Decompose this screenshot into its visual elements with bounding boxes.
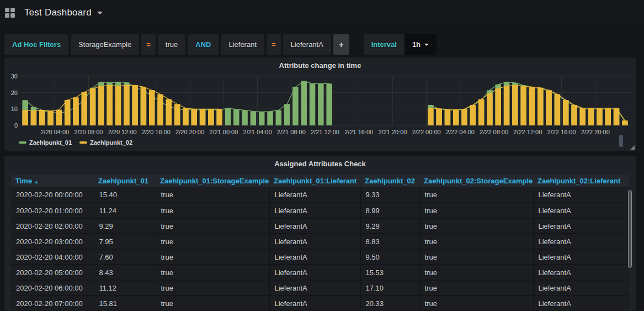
interval-select[interactable]: 1h — [405, 34, 437, 55]
table-cell: 15.81 — [94, 296, 156, 311]
column-header-zaehlpunkt-01[interactable]: Zaehlpunkt_01 — [94, 175, 156, 187]
table-cell: LieferantA — [533, 234, 629, 249]
table-cell: 2020-02-20 07:00:00 — [11, 296, 94, 311]
bar-Zaehlpunkt_02 — [183, 108, 189, 125]
bar-Zaehlpunkt_02 — [571, 105, 577, 125]
bar-Zaehlpunkt_01 — [310, 83, 316, 125]
svg-text:2/21 12:00: 2/21 12:00 — [311, 129, 339, 135]
table-cell: 17.10 — [360, 280, 419, 296]
filter-value[interactable]: true — [158, 34, 185, 55]
bar-Zaehlpunkt_02 — [445, 109, 451, 125]
svg-text:30: 30 — [11, 73, 18, 80]
filter-value[interactable]: LieferantA — [283, 34, 331, 55]
bar-Zaehlpunkt_02 — [56, 110, 62, 125]
table-row: 2020-02-20 03:00:007.95trueLieferantA8.8… — [11, 234, 629, 249]
column-header-zaehlpunkt-01-lieferant[interactable]: Zaehlpunkt_01:Lieferant — [269, 175, 360, 187]
table-cell: LieferantA — [269, 280, 360, 296]
add-filter-button[interactable]: + — [333, 34, 349, 55]
legend-swatch — [19, 141, 26, 144]
attributes-table-wrap: Time▲Zaehlpunkt_01Zaehlpunkt_01:StorageE… — [11, 175, 629, 311]
svg-text:2/20 20:00: 2/20 20:00 — [175, 129, 204, 135]
table-cell: true — [419, 280, 533, 296]
filter-key[interactable]: StorageExample — [71, 34, 139, 55]
table-cell: LieferantA — [533, 218, 629, 234]
table-cell: LieferantA — [269, 249, 360, 265]
bar-Zaehlpunkt_02 — [436, 109, 442, 125]
table-row: 2020-02-20 00:00:0015.40trueLieferantA9.… — [11, 187, 629, 203]
bar-Zaehlpunkt_02 — [65, 100, 71, 125]
table-cell: 7.95 — [94, 234, 156, 249]
bar-Zaehlpunkt_02 — [520, 86, 526, 125]
caret-down-icon — [424, 44, 429, 46]
bar-Zaehlpunkt_02 — [487, 93, 493, 125]
svg-text:2/22 00:00: 2/22 00:00 — [412, 129, 441, 135]
column-header-zaehlpunkt-01-storageexample[interactable]: Zaehlpunkt_01:StorageExample — [156, 175, 269, 187]
legend-item-Zaehlpunkt_02[interactable]: Zaehlpunkt_02 — [79, 139, 132, 146]
bar-Zaehlpunkt_02 — [166, 99, 172, 125]
table-cell: 20.33 — [360, 296, 419, 311]
filter-operator[interactable]: = — [267, 34, 281, 55]
svg-text:0: 0 — [14, 122, 18, 129]
legend-item-Zaehlpunkt_01[interactable]: Zaehlpunkt_01 — [19, 139, 72, 146]
table-cell: LieferantA — [269, 218, 360, 234]
bar-Zaehlpunkt_02 — [597, 108, 603, 125]
adhoc-filters-label[interactable]: Ad Hoc Filters — [4, 34, 68, 55]
filter-key[interactable]: Lieferant — [221, 34, 264, 55]
bar-Zaehlpunkt_01 — [276, 110, 282, 125]
bar-Zaehlpunkt_02 — [149, 90, 155, 125]
bar-Zaehlpunkt_02 — [470, 105, 476, 125]
column-header-zaehlpunkt-02-storageexample[interactable]: Zaehlpunkt_02:StorageExample — [419, 175, 533, 187]
bar-Zaehlpunkt_01 — [292, 87, 299, 125]
caret-down-icon[interactable] — [97, 12, 103, 14]
bar-Zaehlpunkt_02 — [512, 85, 518, 125]
svg-text:2/21 04:00: 2/21 04:00 — [243, 129, 272, 135]
table-cell: LieferantA — [533, 203, 629, 218]
dashboard-grid-icon[interactable] — [5, 8, 15, 18]
dashboard-title[interactable]: Test Dashboard — [24, 7, 92, 18]
bar-Zaehlpunkt_02 — [124, 85, 130, 125]
table-cell: true — [419, 218, 533, 234]
table-cell: 15.53 — [360, 265, 419, 280]
chart-panel-title[interactable]: Attribute change in time — [4, 57, 636, 72]
filter-conjunction[interactable]: AND — [188, 34, 219, 55]
bar-Zaehlpunkt_02 — [461, 109, 467, 125]
legend-label: Zaehlpunkt_01 — [29, 139, 72, 146]
table-panel-title[interactable]: Assigned Attributes Check — [4, 156, 636, 170]
table-cell: 2020-02-20 05:00:00 — [11, 265, 94, 280]
bar-Zaehlpunkt_02 — [605, 108, 611, 125]
column-header-zaehlpunkt-02[interactable]: Zaehlpunkt_02 — [360, 175, 419, 187]
table-scrollbar[interactable] — [628, 190, 632, 268]
svg-text:2/22 12:00: 2/22 12:00 — [513, 129, 542, 135]
attribute-change-chart: 01020302/20 04:002/20 08:002/20 12:002/2… — [4, 72, 634, 139]
table-cell: true — [156, 249, 269, 265]
table-cell: 8.83 — [360, 234, 419, 249]
table-row: 2020-02-20 01:00:0011.24trueLieferantA8.… — [11, 203, 629, 218]
bar-Zaehlpunkt_02 — [588, 108, 594, 125]
table-cell: LieferantA — [269, 265, 360, 280]
bar-Zaehlpunkt_02 — [563, 100, 568, 125]
table-cell: 9.29 — [360, 218, 419, 234]
filter-submenu: Ad Hoc Filters StorageExample = true AND… — [0, 34, 644, 55]
table-cell: 11.24 — [94, 203, 156, 218]
bar-Zaehlpunkt_01 — [242, 110, 248, 125]
chart-scrollbar[interactable] — [619, 135, 623, 147]
table-cell: true — [156, 265, 269, 280]
bar-Zaehlpunkt_02 — [115, 86, 121, 125]
table-row: 2020-02-20 02:00:009.29trueLieferantA9.2… — [11, 218, 629, 234]
table-cell: true — [156, 296, 269, 311]
table-cell: 9.33 — [360, 187, 419, 203]
panel-resize-handle[interactable] — [630, 145, 635, 150]
bar-Zaehlpunkt_01 — [233, 109, 239, 125]
column-header-zaehlpunkt-02-lieferant[interactable]: Zaehlpunkt_02:Lieferant — [533, 175, 629, 187]
column-header-time[interactable]: Time▲ — [11, 175, 94, 187]
legend-swatch — [79, 141, 87, 144]
table-cell: true — [156, 203, 269, 218]
bar-Zaehlpunkt_02 — [39, 110, 45, 125]
bar-Zaehlpunkt_02 — [555, 94, 561, 125]
bar-Zaehlpunkt_02 — [22, 110, 28, 125]
table-cell: 2020-02-20 01:00:00 — [11, 203, 94, 218]
svg-text:2/20 16:00: 2/20 16:00 — [142, 129, 171, 135]
bar-Zaehlpunkt_02 — [546, 90, 552, 125]
table-cell: LieferantA — [533, 280, 629, 296]
filter-operator[interactable]: = — [141, 34, 156, 55]
